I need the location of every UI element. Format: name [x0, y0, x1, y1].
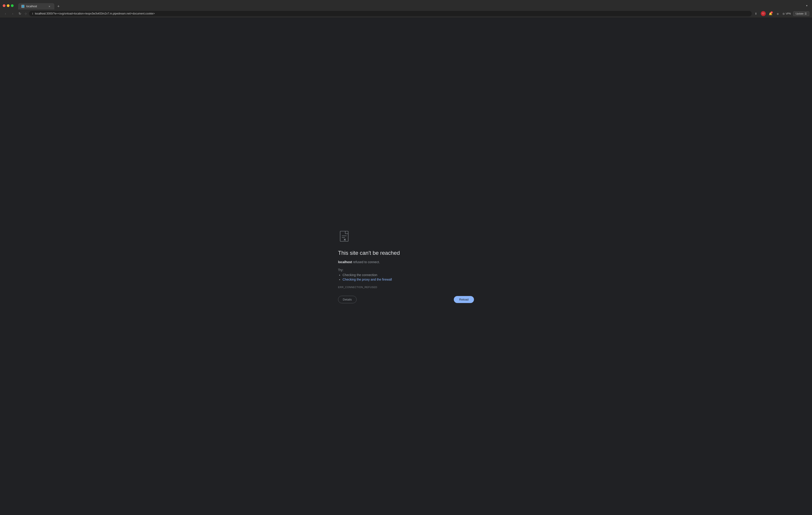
- notification-badge: 6: [771, 11, 773, 13]
- traffic-lights: [3, 4, 13, 7]
- suggestion-proxy[interactable]: Checking the proxy and the firewall: [343, 278, 474, 281]
- tabs-bar: 🌐 localhost ✕ +: [18, 3, 62, 9]
- error-description: localhost refused to connect.: [338, 260, 474, 265]
- tab-title: localhost: [26, 5, 46, 8]
- error-container: This site can't be reached localhost ref…: [338, 230, 474, 303]
- url-path: :3000/?e=<svg/onload=location=/eopv3w3vk…: [46, 12, 155, 15]
- maximize-button[interactable]: [11, 4, 13, 7]
- url-bar[interactable]: ℹ localhost:3000/?e=<svg/onload=location…: [29, 11, 752, 16]
- url-text: localhost:3000/?e=<svg/onload=location=/…: [35, 12, 749, 15]
- update-button[interactable]: Update ☰: [793, 11, 809, 16]
- vpn-label: VPN: [786, 12, 791, 15]
- error-code: ERR_CONNECTION_REFUSED: [338, 286, 474, 289]
- back-button[interactable]: ‹: [3, 11, 8, 16]
- vpn-button[interactable]: ◎ VPN: [783, 12, 791, 15]
- error-description-suffix: refused to connect.: [352, 260, 380, 264]
- error-host: localhost: [338, 260, 352, 264]
- tab-list-button[interactable]: ▾: [804, 3, 809, 8]
- proxy-firewall-link[interactable]: Checking the proxy and the firewall: [343, 278, 392, 281]
- suggestion-connection-text: Checking the connection: [343, 273, 377, 277]
- try-label: Try:: [338, 268, 474, 272]
- details-button[interactable]: Details: [338, 296, 357, 303]
- suggestion-connection: Checking the connection: [343, 273, 474, 277]
- vpn-icon: ◎: [783, 12, 785, 15]
- browser-tab[interactable]: 🌐 localhost ✕: [18, 3, 54, 9]
- tab-close-button[interactable]: ✕: [48, 4, 51, 8]
- close-button[interactable]: [3, 4, 5, 7]
- error-buttons: Details Reload: [338, 296, 474, 303]
- error-icon: [338, 230, 474, 244]
- new-tab-button[interactable]: +: [55, 3, 62, 9]
- address-bar: ‹ › ↻ ⊹ ℹ localhost:3000/?e=<svg/onload=…: [0, 9, 812, 18]
- brave-rewards-icon[interactable]: ◈: [775, 11, 780, 16]
- browser-chrome: 🌐 localhost ✕ + ▾ ‹ › ↻ ⊹ ℹ localhost:30…: [0, 0, 812, 18]
- share-icon[interactable]: ⬆: [754, 11, 758, 16]
- notifications-icon[interactable]: 🔔 6: [768, 11, 773, 16]
- broken-page-icon: [338, 230, 352, 243]
- url-lock-icon: ℹ: [32, 12, 33, 15]
- forward-button[interactable]: ›: [10, 11, 16, 16]
- brave-shield-icon[interactable]: 🛡: [761, 11, 766, 16]
- error-title: This site can't be reached: [338, 250, 474, 256]
- bookmark-button[interactable]: ⊹: [25, 12, 27, 16]
- title-bar: 🌐 localhost ✕ + ▾: [0, 0, 812, 9]
- suggestion-list: Checking the connection Checking the pro…: [338, 273, 474, 281]
- reload-button[interactable]: ↻: [17, 11, 23, 16]
- minimize-button[interactable]: [7, 4, 9, 7]
- update-menu-icon: ☰: [805, 12, 807, 15]
- reload-button[interactable]: Reload: [454, 296, 474, 303]
- tab-favicon: 🌐: [21, 5, 25, 8]
- update-label: Update: [796, 12, 804, 15]
- url-host: localhost: [35, 12, 46, 15]
- svg-rect-0: [340, 231, 348, 241]
- browser-content: This site can't be reached localhost ref…: [0, 18, 812, 515]
- address-actions: ⬆ 🛡 🔔 6 ◈ ◎ VPN Update ☰: [754, 11, 809, 16]
